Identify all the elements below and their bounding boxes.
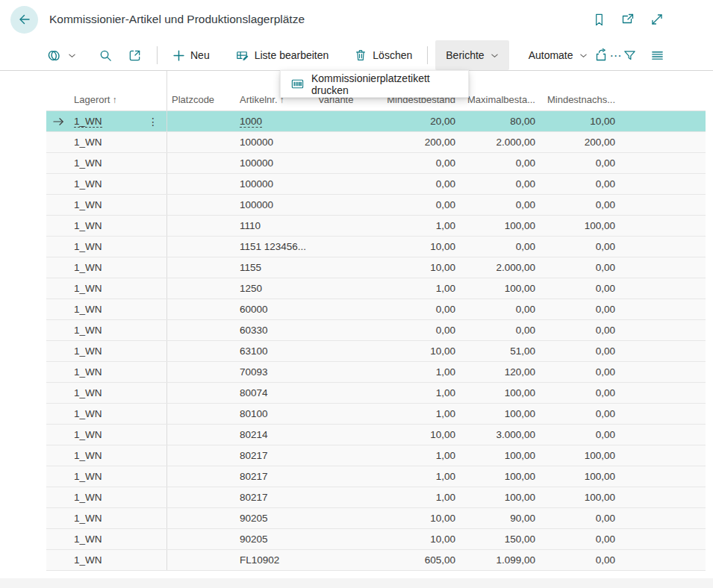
table-row[interactable]: 1_WN ⋮ 1000 20,00 80,00 10,00 bbox=[46, 111, 706, 132]
bookmark-icon[interactable] bbox=[591, 11, 608, 28]
cell-variante bbox=[314, 132, 366, 152]
artikelnr-link[interactable]: 70093 bbox=[240, 366, 268, 378]
cell-platzcode bbox=[167, 487, 235, 507]
filter-icon[interactable] bbox=[621, 47, 638, 64]
delete-button[interactable]: Löschen bbox=[346, 40, 420, 70]
lagerort-link[interactable]: 1_WN bbox=[74, 513, 102, 524]
artikelnr-link[interactable]: 90205 bbox=[240, 534, 268, 545]
row-filler bbox=[617, 174, 706, 194]
cell-lagerort: 1_WN ⋮ bbox=[71, 425, 167, 445]
lagerort-link[interactable]: 1_WN bbox=[74, 241, 102, 252]
edit-list-button[interactable]: Liste bearbeiten bbox=[228, 40, 337, 70]
table-row[interactable]: 1_WN ⋮ 60000 0,00 0,00 0,00 bbox=[46, 299, 706, 320]
lagerort-link[interactable]: 1_WN bbox=[74, 137, 102, 148]
automate-menu-button[interactable]: Automate bbox=[521, 40, 595, 70]
search-button[interactable] bbox=[91, 40, 120, 70]
lagerort-link[interactable]: 1_WN bbox=[74, 471, 102, 482]
table-row[interactable]: 1_WN ⋮ 100000 200,00 2.000,00 200,00 bbox=[46, 132, 706, 153]
artikelnr-link[interactable]: 63100 bbox=[240, 345, 268, 357]
table-row[interactable]: 1_WN ⋮ 80214 10,00 3.000,00 0,00 bbox=[46, 425, 706, 445]
artikelnr-link[interactable]: 1000 bbox=[240, 116, 262, 128]
artikelnr-link[interactable]: 100000 bbox=[240, 199, 273, 210]
artikelnr-link[interactable]: 1155 bbox=[240, 262, 261, 273]
cell-mindestbestand: 10,00 bbox=[366, 529, 457, 549]
table-row[interactable]: 1_WN ⋮ 90205 10,00 150,00 0,00 bbox=[46, 529, 706, 550]
table-row[interactable]: 1_WN ⋮ 100000 0,00 0,00 0,00 bbox=[46, 153, 706, 174]
lagerort-link[interactable]: 1_WN bbox=[74, 492, 102, 503]
table-row[interactable]: 1_WN ⋮ 80100 1,00 100,00 0,00 bbox=[46, 404, 706, 425]
lagerort-link[interactable]: 1_WN bbox=[74, 199, 102, 210]
table-row[interactable]: 1_WN ⋮ 100000 0,00 0,00 0,00 bbox=[46, 195, 706, 216]
artikelnr-link[interactable]: 100000 bbox=[240, 137, 273, 148]
artikelnr-link[interactable]: 60330 bbox=[240, 325, 268, 336]
menu-item-print-bin-label[interactable]: Kommissionierplatzetikett drucken bbox=[281, 71, 468, 97]
artikelnr-link[interactable]: 80217 bbox=[240, 471, 268, 482]
lagerort-link[interactable]: 1_WN bbox=[74, 429, 102, 440]
table-row[interactable]: 1_WN ⋮ 100000 0,00 0,00 0,00 bbox=[46, 174, 706, 195]
new-button[interactable]: Neu bbox=[165, 40, 217, 70]
expand-icon[interactable] bbox=[648, 10, 666, 28]
lagerort-link[interactable]: 1_WN bbox=[74, 304, 102, 315]
table-row[interactable]: 1_WN ⋮ 80074 1,00 100,00 0,00 bbox=[46, 383, 706, 404]
table-row[interactable]: 1_WN ⋮ 80217 1,00 100,00 100,00 bbox=[46, 487, 706, 508]
list-view-icon[interactable] bbox=[649, 47, 666, 64]
artikelnr-link[interactable]: 100000 bbox=[240, 157, 273, 169]
lagerort-link[interactable]: 1_WN bbox=[74, 387, 102, 398]
lagerort-link[interactable]: 1_WN bbox=[74, 178, 102, 190]
lagerort-link[interactable]: 1_WN bbox=[74, 116, 102, 128]
lagerort-link[interactable]: 1_WN bbox=[74, 283, 102, 294]
table-row[interactable]: 1_WN ⋮ 1250 1,00 100,00 0,00 bbox=[46, 278, 706, 299]
analyze-button[interactable] bbox=[120, 40, 149, 70]
table-row[interactable]: 1_WN ⋮ FL10902 605,00 1.099,00 0,00 bbox=[46, 550, 706, 571]
lagerort-link[interactable]: 1_WN bbox=[74, 554, 102, 566]
column-header-maximalbestand[interactable]: Maximalbesta... bbox=[457, 71, 537, 110]
lagerort-link[interactable]: 1_WN bbox=[74, 450, 102, 461]
lagerort-link[interactable]: 1_WN bbox=[74, 325, 102, 336]
table-row[interactable]: 1_WN ⋮ 80217 1,00 100,00 100,00 bbox=[46, 445, 706, 466]
cell-variante bbox=[314, 216, 366, 236]
table-row[interactable]: 1_WN ⋮ 63100 10,00 51,00 0,00 bbox=[46, 341, 706, 362]
lagerort-link[interactable]: 1_WN bbox=[74, 157, 102, 169]
back-button[interactable] bbox=[10, 6, 38, 34]
artikelnr-link[interactable]: FL10902 bbox=[240, 554, 279, 566]
lagerort-link[interactable]: 1_WN bbox=[74, 262, 102, 273]
artikelnr-link[interactable]: 60000 bbox=[240, 304, 268, 315]
artikelnr-link[interactable]: 80100 bbox=[240, 408, 268, 419]
table-row[interactable]: 1_WN ⋮ 80217 1,00 100,00 100,00 bbox=[46, 466, 706, 487]
lagerort-link[interactable]: 1_WN bbox=[74, 366, 102, 378]
lagerort-link[interactable]: 1_WN bbox=[74, 220, 102, 231]
views-switcher-button[interactable] bbox=[46, 40, 84, 70]
artikelnr-link[interactable]: 80217 bbox=[240, 492, 268, 503]
table-row[interactable]: 1_WN ⋮ 1151 123456... 10,00 0,00 0,00 bbox=[46, 237, 706, 257]
cell-variante bbox=[314, 278, 366, 298]
row-options-icon[interactable]: ⋮ bbox=[148, 116, 158, 128]
artikelnr-link[interactable]: 80214 bbox=[240, 429, 268, 440]
artikelnr-link[interactable]: 1110 bbox=[240, 220, 261, 231]
share-icon[interactable] bbox=[593, 46, 611, 64]
artikelnr-link[interactable]: 1151 123456... bbox=[240, 241, 306, 252]
cell-mindestnachschub: 0,00 bbox=[537, 153, 617, 173]
table-row[interactable]: 1_WN ⋮ 1110 1,00 100,00 100,00 bbox=[46, 216, 706, 237]
lagerort-link[interactable]: 1_WN bbox=[74, 408, 102, 419]
table-row[interactable]: 1_WN ⋮ 70093 1,00 120,00 0,00 bbox=[46, 362, 706, 383]
column-header-platzcode[interactable]: Platzcode bbox=[167, 71, 235, 110]
column-header-lagerort[interactable]: Lagerort ↑ bbox=[71, 71, 167, 110]
lagerort-link[interactable]: 1_WN bbox=[74, 534, 102, 545]
artikelnr-link[interactable]: 80217 bbox=[240, 450, 268, 461]
reports-menu-button[interactable]: Berichte bbox=[435, 40, 508, 70]
artikelnr-link[interactable]: 1250 bbox=[240, 283, 262, 294]
open-in-new-window-icon[interactable] bbox=[619, 10, 637, 28]
lagerort-link[interactable]: 1_WN bbox=[74, 345, 102, 357]
artikelnr-link[interactable]: 90205 bbox=[240, 513, 268, 524]
artikelnr-link[interactable]: 80074 bbox=[240, 387, 268, 398]
table-row[interactable]: 1_WN ⋮ 90205 10,00 90,00 0,00 bbox=[46, 508, 706, 529]
column-label: Artikelnr. bbox=[240, 94, 278, 105]
row-filler bbox=[617, 216, 706, 236]
column-header-mindestnachschub[interactable]: Mindestnachs... bbox=[537, 71, 617, 110]
table-row[interactable]: 1_WN ⋮ 1155 10,00 2.000,00 0,00 bbox=[46, 257, 706, 278]
current-row-gutter bbox=[46, 320, 71, 340]
artikelnr-link[interactable]: 100000 bbox=[240, 178, 273, 190]
cell-maximalbestand: 0,00 bbox=[457, 237, 537, 257]
table-row[interactable]: 1_WN ⋮ 60330 0,00 0,00 0,00 bbox=[46, 320, 706, 341]
cell-mindestbestand: 1,00 bbox=[366, 278, 457, 298]
